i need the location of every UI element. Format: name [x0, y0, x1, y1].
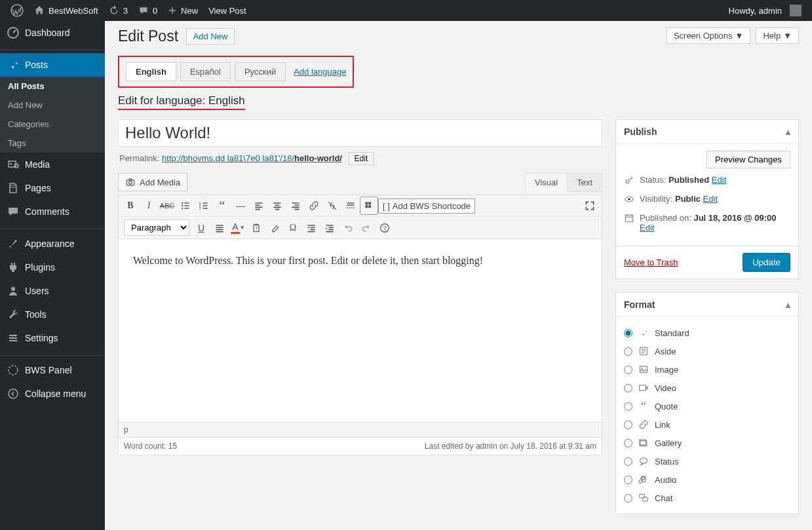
updates-link[interactable]: 3 [104, 0, 133, 21]
lang-tab-spanish[interactable]: Español [180, 62, 231, 81]
lang-tab-english[interactable]: English [126, 62, 176, 81]
menu-media[interactable]: Media [0, 153, 105, 176]
indent-button[interactable] [320, 219, 339, 237]
link-icon [638, 419, 649, 430]
account-link[interactable]: Howdy, admin [724, 0, 807, 21]
help-icon-button[interactable]: ? [376, 219, 394, 237]
ol-button[interactable]: 123 [195, 197, 213, 215]
menu-plugins[interactable]: Plugins [0, 256, 105, 279]
format-standard[interactable]: Standard [624, 324, 790, 342]
fullscreen-button[interactable] [581, 197, 599, 215]
edit-permalink-button[interactable]: Edit [349, 152, 374, 165]
wordpress-icon [10, 4, 24, 17]
sub-tags[interactable]: Tags [0, 134, 105, 153]
editor-tab-visual[interactable]: Visual [525, 173, 568, 192]
chat-icon [638, 492, 649, 504]
ul-button[interactable] [176, 197, 195, 215]
move-to-trash-link[interactable]: Move to Trash [624, 257, 678, 267]
collapse-menu[interactable]: Collapse menu [0, 382, 105, 406]
align-right-button[interactable] [286, 197, 305, 215]
add-new-button[interactable]: Add New [186, 28, 235, 45]
format-image[interactable]: Image [624, 360, 790, 379]
special-char-button[interactable]: Ω [284, 219, 302, 237]
sub-add-new[interactable]: Add New [0, 96, 105, 115]
editor-tab-text[interactable]: Text [567, 173, 602, 192]
settings-icon [7, 331, 20, 345]
bws-icon [7, 364, 20, 377]
preview-changes-button[interactable]: Preview Changes [706, 151, 790, 168]
more-button[interactable] [341, 197, 360, 215]
svg-rect-21 [365, 205, 368, 208]
format-toggle[interactable]: Format▴ [616, 293, 798, 317]
eye-icon [624, 194, 634, 206]
format-gallery[interactable]: Gallery [624, 434, 790, 452]
view-post-link[interactable]: View Post [203, 0, 252, 21]
textcolor-button[interactable]: A ▼ [229, 219, 247, 237]
edit-date-link[interactable]: Edit [640, 223, 654, 233]
format-aside[interactable]: Aside [624, 342, 790, 360]
comments-link[interactable]: 0 [133, 0, 163, 21]
help-button[interactable]: Help ▼ [756, 28, 799, 44]
hr-button[interactable]: — [231, 197, 250, 215]
wp-logo[interactable] [5, 0, 29, 21]
lang-tab-russian[interactable]: Русский [235, 62, 286, 81]
justify-button[interactable] [210, 219, 229, 237]
align-center-button[interactable] [268, 197, 286, 215]
site-link[interactable]: BestWebSoft [29, 0, 104, 21]
format-status[interactable]: Status [624, 452, 790, 470]
format-select[interactable]: Paragraph [124, 219, 189, 236]
screen-options-button[interactable]: Screen Options ▼ [667, 28, 750, 44]
svg-text:3: 3 [199, 207, 201, 210]
menu-appearance[interactable]: Appearance [0, 232, 105, 256]
update-button[interactable]: Update [743, 253, 790, 272]
chevron-up-icon: ▴ [786, 299, 790, 310]
format-chat[interactable]: Chat [624, 489, 790, 507]
format-quote[interactable]: “Quote [624, 397, 790, 415]
menu-settings[interactable]: Settings [0, 326, 105, 350]
editor-content[interactable]: Welcome to WordPress. This is your first… [118, 239, 602, 423]
format-video[interactable]: Video [624, 379, 790, 397]
brush-icon [7, 237, 20, 250]
svg-rect-22 [368, 205, 371, 208]
clear-format-button[interactable] [265, 219, 284, 237]
chevron-down-icon: ▼ [783, 31, 792, 41]
menu-users[interactable]: Users [0, 279, 105, 303]
outdent-button[interactable] [302, 219, 320, 237]
add-language-link[interactable]: Add language [294, 67, 346, 77]
edit-visibility-link[interactable]: Edit [703, 194, 718, 204]
permalink-url[interactable]: http://bhovms.dd la81\7e0 la81'/18/hello… [162, 153, 342, 163]
post-title-input[interactable] [118, 119, 602, 147]
underline-button[interactable]: U [192, 219, 210, 237]
publish-toggle[interactable]: Publish▴ [616, 120, 798, 144]
link-button[interactable] [305, 197, 323, 215]
sub-all-posts[interactable]: All Posts [0, 77, 105, 96]
strike-button[interactable]: ABC [158, 197, 176, 215]
sub-categories[interactable]: Categories [0, 115, 105, 134]
menu-dashboard[interactable]: Dashboard [0, 21, 105, 45]
plugin-icon [7, 261, 20, 274]
menu-bws-panel[interactable]: BWS Panel [0, 358, 105, 382]
menu-posts[interactable]: Posts [0, 53, 105, 77]
menu-pages[interactable]: Pages [0, 176, 105, 200]
undo-button[interactable] [339, 219, 357, 237]
quote-button[interactable]: “ [213, 197, 231, 215]
redo-button[interactable] [357, 219, 376, 237]
new-link[interactable]: New [163, 0, 203, 21]
toolbar-toggle-button[interactable] [360, 197, 378, 215]
page-title: Edit Post [118, 28, 178, 45]
bws-shortcode-button[interactable]: [ ]Add BWS Shortcode [378, 199, 475, 214]
format-link[interactable]: Link [624, 415, 790, 434]
paste-text-button[interactable]: T [247, 219, 265, 237]
italic-button[interactable]: I [140, 197, 158, 215]
home-icon [34, 5, 45, 16]
svg-rect-20 [368, 202, 371, 204]
menu-comments[interactable]: Comments [0, 200, 105, 223]
edit-status-link[interactable]: Edit [712, 175, 726, 185]
unlink-button[interactable] [323, 197, 341, 215]
align-left-button[interactable] [250, 197, 268, 215]
menu-tools[interactable]: Tools [0, 303, 105, 326]
bold-button[interactable]: B [121, 197, 140, 215]
dashboard-icon [7, 26, 20, 39]
format-audio[interactable]: Audio [624, 470, 790, 489]
calendar-icon [624, 213, 634, 225]
